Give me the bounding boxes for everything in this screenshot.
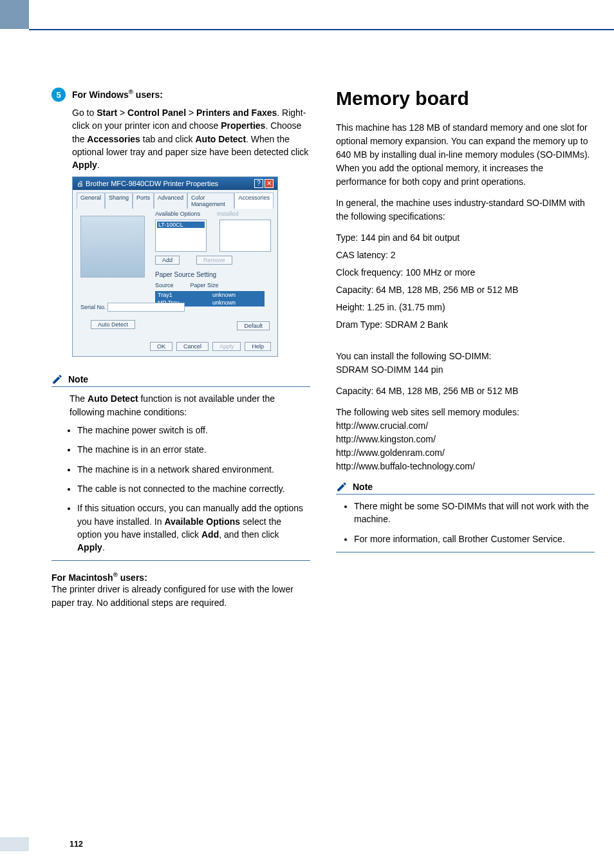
figure-title: 🖨 Brother MFC-9840CDW Printer Properties: [77, 180, 218, 187]
windows-users-body: Go to Start > Control Panel > Printers a…: [72, 106, 310, 171]
source-label: Source: [155, 282, 174, 288]
help-icon: ?: [254, 179, 263, 188]
help-button-fig: Help: [245, 342, 271, 351]
right-note-b1: There might be some SO-DIMMs that will n…: [354, 500, 595, 526]
header-rule: [29, 29, 614, 30]
note-divider-left: [51, 560, 310, 561]
spec-height: Height: 1.25 in. (31.75 mm): [336, 301, 595, 314]
page-number-bg: [0, 837, 29, 851]
install-sodimm-2: SDRAM SO-DIMM 144 pin: [336, 363, 595, 377]
spec-dram: Dram Type: SDRAM 2 Bank: [336, 318, 595, 332]
figure-tabs: General Sharing Ports Advanced Color Man…: [73, 190, 277, 209]
install-sodimm-1: You can install the following SO-DIMM:: [336, 350, 595, 363]
note-heading-right: Note: [336, 481, 595, 495]
note-bullet-4: The cable is not connected to the machin…: [77, 482, 310, 495]
serial-no-label: Serial No.: [80, 304, 106, 310]
installed-list: [219, 220, 271, 252]
left-column: 5 For Windows® users: Go to Start > Cont…: [51, 88, 310, 618]
pencil-icon: [336, 481, 348, 493]
url-crucial[interactable]: http://www.crucial.com/: [336, 419, 595, 433]
install-capacity: Capacity: 64 MB, 128 MB, 256 MB or 512 M…: [336, 384, 595, 398]
memory-board-heading: Memory board: [336, 88, 595, 109]
websites-intro: The following web sites sell memory modu…: [336, 406, 595, 419]
spec-clock: Clock frequency: 100 MHz or more: [336, 266, 595, 279]
spec-cap: Capacity: 64 MB, 128 MB, 256 MB or 512 M…: [336, 283, 595, 297]
paper-size-label: Paper Size: [191, 282, 219, 288]
note-bullet-3: The machine is in a network shared envir…: [77, 463, 310, 476]
pencil-icon: [51, 373, 63, 385]
printer-image: [80, 216, 145, 278]
url-goldenram[interactable]: http://www.goldenram.com/: [336, 446, 595, 460]
left-margin-bar: [0, 0, 29, 868]
close-icon: ✕: [265, 179, 274, 188]
note-intro: The Auto Detect function is not availabl…: [70, 392, 310, 419]
right-column: Memory board This machine has 128 MB of …: [336, 88, 595, 618]
memory-p1: This machine has 128 MB of standard memo…: [336, 121, 595, 189]
spec-cas: CAS latency: 2: [336, 249, 595, 262]
cancel-button-fig: Cancel: [176, 342, 209, 351]
remove-button-fig: Remove: [196, 256, 232, 265]
add-button-fig: Add: [155, 256, 180, 265]
memory-p2: In general, the machine uses industry-st…: [336, 196, 595, 223]
serial-no-input: [107, 303, 185, 312]
note-heading-left: Note: [51, 373, 310, 387]
step-number-5: 5: [51, 88, 66, 102]
windows-users-heading: For Windows® users:: [72, 88, 310, 101]
printer-properties-figure: 🖨 Brother MFC-9840CDW Printer Properties…: [72, 176, 278, 357]
note-bullet-2: The machine is in an error state.: [77, 443, 310, 456]
url-buffalo[interactable]: http://www.buffalo-technology.com/: [336, 460, 595, 473]
right-note-b2: For more information, call Brother Custo…: [354, 533, 595, 545]
ok-button-fig: OK: [150, 342, 172, 351]
tab-ports: Ports: [133, 193, 154, 209]
paper-source-label: Paper Source Setting: [155, 271, 271, 278]
url-kingston[interactable]: http://www.kingston.com/: [336, 433, 595, 446]
window-buttons: ?✕: [253, 179, 274, 188]
note-bullet-5: If this situation occurs, you can manual…: [77, 502, 310, 554]
tab-sharing: Sharing: [105, 193, 133, 209]
note-bullet-1: The machine power switch is off.: [77, 424, 310, 437]
spec-type: Type: 144 pin and 64 bit output: [336, 231, 595, 245]
page-number: 112: [70, 840, 83, 849]
available-options-label: Available Options: [155, 211, 200, 217]
tab-general: General: [77, 193, 105, 209]
mac-users-heading: For Macintosh® users:: [51, 571, 310, 583]
auto-detect-button-fig: Auto Detect: [91, 320, 135, 329]
mac-users-body: The printer driver is already configured…: [51, 583, 310, 610]
apply-button-fig: Apply: [212, 342, 241, 351]
installed-label: Installed: [217, 211, 239, 217]
available-options-list: LT-100CL: [155, 220, 207, 252]
note-divider-right: [336, 552, 595, 552]
default-button-fig: Default: [237, 321, 270, 330]
